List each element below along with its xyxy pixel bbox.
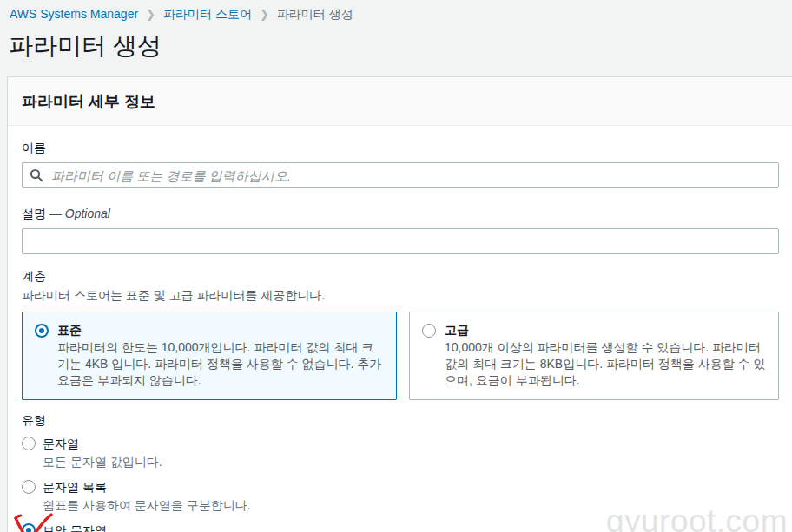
type-field: 유형 문자열 모든 문자열 값입니다. 문자열 목록 쉼표를 사용하여 문자열을…: [22, 412, 779, 532]
breadcrumb: AWS Systems Manager❯파라미터 스토어❯파라미터 생성: [0, 0, 792, 22]
breadcrumb-current-page: 파라미터 생성: [277, 7, 353, 21]
radio-advanced[interactable]: [422, 324, 436, 338]
tier-advanced-content: 고급 10,000개 이상의 파라미터를 생성할 수 있습니다. 파라미터 값의…: [445, 322, 766, 389]
name-field: 이름: [22, 140, 779, 188]
type-stringlist-description: 쉼표를 사용하여 문자열을 구분합니다.: [22, 497, 779, 513]
tier-option-standard[interactable]: 표준 파라미터의 한도는 10,000개입니다. 파라미터 값의 최대 크기는 …: [22, 312, 397, 400]
tier-option-advanced[interactable]: 고급 10,000개 이상의 파라미터를 생성할 수 있습니다. 파라미터 값의…: [409, 312, 779, 400]
radio-standard[interactable]: [35, 324, 49, 338]
chevron-right-icon: ❯: [260, 8, 269, 21]
type-securestring-clickable[interactable]: 보안 문자열: [22, 522, 779, 532]
description-label: 설명 — Optional: [22, 206, 779, 221]
tier-tiles: 표준 파라미터의 한도는 10,000개입니다. 파라미터 값의 최대 크기는 …: [22, 312, 779, 400]
breadcrumb-link-parameter-store[interactable]: 파라미터 스토어: [163, 7, 252, 21]
search-icon: [30, 168, 43, 182]
type-string-description: 모든 문자열 값입니다.: [22, 454, 779, 470]
panel-body: 이름 설명 — Optional 계층 파라미터 스토어는 표준 및 고급 파라…: [8, 126, 792, 532]
type-label: 유형: [22, 412, 779, 428]
type-securestring-label: 보안 문자열: [43, 522, 107, 532]
tier-standard-label: 표준: [57, 322, 384, 338]
chevron-right-icon: ❯: [146, 8, 155, 21]
tier-standard-description: 파라미터의 한도는 10,000개입니다. 파라미터 값의 최대 크기는 4KB…: [57, 339, 384, 389]
type-option-securestring: 보안 문자열 계정 또는 다른 계정의 KMS 키를 사용하여 중요한 데이터를…: [22, 522, 779, 532]
tier-advanced-description: 10,000개 이상의 파라미터를 생성할 수 있습니다. 파라미터 값의 최대…: [445, 339, 766, 389]
optional-suffix: — Optional: [50, 207, 110, 220]
tier-description: 파라미터 스토어는 표준 및 고급 파라미터를 제공합니다.: [22, 287, 779, 303]
tier-field: 계층 파라미터 스토어는 표준 및 고급 파라미터를 제공합니다. 표준 파라미…: [22, 268, 779, 400]
name-label: 이름: [22, 140, 779, 155]
tier-label: 계층: [22, 268, 779, 284]
type-string-label: 문자열: [43, 435, 79, 452]
radio-stringlist[interactable]: [22, 480, 36, 494]
tier-advanced-label: 고급: [445, 322, 766, 338]
type-option-string: 문자열 모든 문자열 값입니다.: [22, 435, 779, 470]
description-field: 설명 — Optional: [22, 206, 779, 254]
type-string-clickable[interactable]: 문자열: [22, 435, 779, 452]
panel-header-title: 파라미터 세부 정보: [22, 92, 779, 111]
radio-securestring[interactable]: [22, 523, 36, 532]
parameter-details-panel: 파라미터 세부 정보 이름 설명 — Optional 계층 파라미터 스토어는…: [7, 76, 792, 532]
type-stringlist-clickable[interactable]: 문자열 목록: [22, 478, 779, 496]
description-input[interactable]: [22, 228, 779, 254]
type-stringlist-label: 문자열 목록: [43, 478, 107, 496]
tier-standard-content: 표준 파라미터의 한도는 10,000개입니다. 파라미터 값의 최대 크기는 …: [57, 322, 384, 389]
parameter-name-input-wrapper: [22, 162, 779, 188]
type-options: 문자열 모든 문자열 값입니다. 문자열 목록 쉼표를 사용하여 문자열을 구분…: [22, 435, 779, 532]
panel-header: 파라미터 세부 정보: [8, 77, 792, 126]
parameter-name-input[interactable]: [50, 167, 771, 184]
type-option-stringlist: 문자열 목록 쉼표를 사용하여 문자열을 구분합니다.: [22, 478, 779, 513]
page-title: 파라미터 생성: [0, 30, 792, 62]
radio-string[interactable]: [22, 437, 36, 450]
breadcrumb-link-aws-systems-manager[interactable]: AWS Systems Manager: [10, 7, 138, 21]
